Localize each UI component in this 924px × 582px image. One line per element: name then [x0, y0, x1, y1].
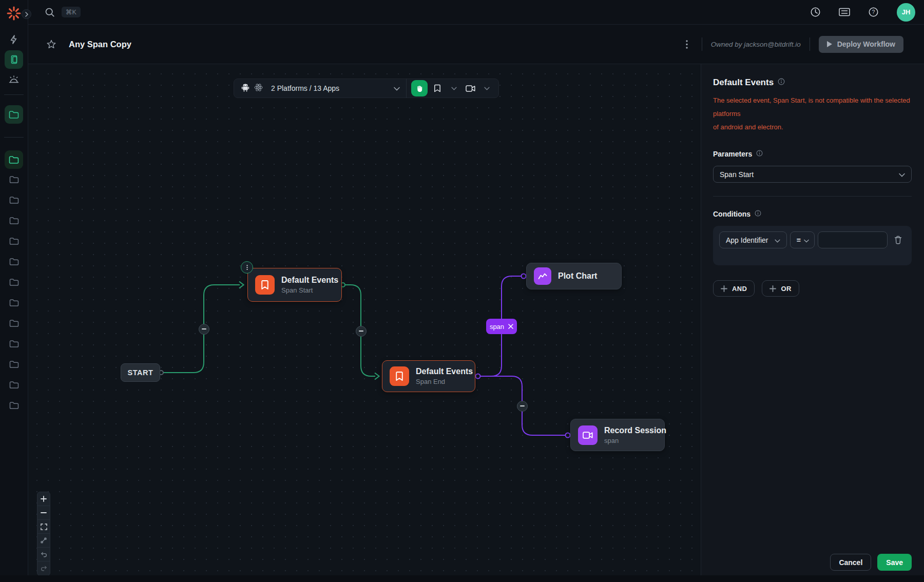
close-icon[interactable]	[508, 324, 513, 329]
sidebar-folder-item[interactable]	[5, 232, 23, 250]
node-title: Default Events	[281, 276, 338, 285]
favorite-star-icon[interactable]	[47, 40, 56, 49]
node-title: Default Events	[416, 367, 473, 376]
left-sidebar	[0, 0, 28, 582]
user-avatar[interactable]: JH	[897, 3, 915, 22]
events-icon	[255, 275, 275, 295]
node-start[interactable]: START	[121, 363, 160, 382]
collapse-edge-button[interactable]	[356, 326, 367, 337]
zoom-out-button[interactable]	[37, 506, 50, 520]
fit-view-button[interactable]	[37, 520, 50, 534]
window-bottom-edge	[0, 575, 924, 582]
zoom-in-button[interactable]	[37, 492, 50, 506]
sidebar-item-devices[interactable]	[5, 50, 23, 69]
undo-button[interactable]	[37, 548, 50, 561]
plus-icon	[769, 285, 776, 292]
add-or-button[interactable]: OR	[762, 280, 799, 297]
topbar: ⌘K ? JH	[28, 0, 924, 25]
workflow-menu-button[interactable]	[681, 38, 693, 50]
header-divider	[702, 37, 702, 51]
history-icon[interactable]	[810, 7, 821, 17]
events-icon	[390, 366, 409, 386]
bitdrift-logo-icon[interactable]	[5, 5, 23, 22]
info-icon[interactable]	[778, 78, 785, 87]
record-tool-button[interactable]	[464, 80, 477, 96]
parameters-label: Parameters	[713, 150, 752, 158]
deploy-workflow-button[interactable]: Deploy Workflow	[819, 36, 903, 53]
collapse-edge-button[interactable]	[199, 324, 209, 335]
chevron-down-icon	[804, 236, 809, 244]
port-record-session-in	[566, 433, 570, 438]
redo-button[interactable]	[37, 561, 50, 575]
panel-divider	[713, 196, 912, 197]
workflow-canvas[interactable]: 2 Platforms / 13 Apps START	[28, 64, 701, 582]
bookmark-chevron-button[interactable]	[447, 80, 460, 96]
canvas-controls	[37, 492, 50, 576]
sidebar-divider	[4, 137, 24, 138]
platforms-dropdown[interactable]: 2 Platforms / 13 Apps	[241, 79, 400, 98]
sidebar-folder-item[interactable]	[5, 253, 23, 271]
sidebar-folder-item[interactable]	[5, 294, 23, 312]
node-default-events-span-start[interactable]: Default Events Span Start	[247, 268, 342, 302]
node-plot-chart[interactable]: Plot Chart	[526, 263, 622, 289]
sidebar-item-alerts[interactable]	[5, 71, 23, 89]
edge-label-span[interactable]: span	[486, 319, 517, 334]
condition-operator-select[interactable]: =	[790, 231, 815, 248]
sidebar-item-workspace-folder[interactable]	[5, 105, 23, 124]
sidebar-folder-item[interactable]	[5, 335, 23, 353]
sidebar-item-active-folder[interactable]	[5, 150, 23, 169]
hand-icon	[416, 85, 424, 92]
platforms-label: 2 Platforms / 13 Apps	[271, 84, 339, 92]
node-default-events-span-end[interactable]: Default Events Span End	[382, 360, 475, 392]
condition-value-input[interactable]	[818, 231, 888, 248]
node-title: Record Session	[604, 426, 666, 435]
sidebar-folder-item[interactable]	[5, 273, 23, 292]
compatibility-error-message: The selected event, Span Start, is not c…	[713, 94, 912, 134]
search-shortcut-badge[interactable]: ⌘K	[62, 7, 81, 17]
parameter-select[interactable]: Span Start	[713, 166, 912, 183]
port-plot-chart-in	[522, 274, 526, 279]
chart-icon	[534, 267, 551, 285]
video-icon	[578, 425, 598, 445]
node-subtitle: span	[604, 437, 666, 444]
save-button[interactable]: Save	[877, 554, 912, 571]
info-icon[interactable]	[755, 209, 761, 219]
conditions-label: Conditions	[713, 210, 750, 218]
chevron-down-icon	[775, 236, 780, 244]
sidebar-folder-item[interactable]	[5, 314, 23, 333]
search-icon[interactable]	[45, 7, 55, 17]
condition-field-select[interactable]: App Identifier	[719, 231, 787, 248]
canvas-toolbar: 2 Platforms / 13 Apps	[234, 79, 499, 98]
node-record-session[interactable]: Record Session span	[570, 419, 665, 451]
condition-row: App Identifier =	[713, 226, 912, 265]
panel-title: Default Events	[713, 77, 774, 88]
keyboard-shortcuts-icon[interactable]	[839, 8, 850, 16]
add-and-button[interactable]: AND	[713, 280, 755, 297]
record-chevron-button[interactable]	[480, 80, 493, 96]
header-divider	[810, 37, 810, 51]
cancel-button[interactable]: Cancel	[830, 554, 871, 571]
node-menu-button[interactable]	[241, 261, 253, 274]
sidebar-folder-item[interactable]	[5, 211, 23, 230]
details-panel: Default Events The selected event, Span …	[701, 64, 924, 582]
sidebar-folder-item[interactable]	[5, 170, 23, 189]
sidebar-folder-item[interactable]	[5, 396, 23, 415]
play-icon	[827, 41, 832, 47]
workflow-edges	[28, 64, 701, 582]
pan-tool-button[interactable]	[411, 80, 428, 96]
android-icon	[241, 83, 249, 94]
tidy-layout-button[interactable]	[37, 534, 50, 548]
collapse-edge-button[interactable]	[517, 401, 528, 412]
workflow-header: Any Span Copy Owned by jackson@bitdrift.…	[28, 25, 924, 64]
sidebar-folder-item[interactable]	[5, 376, 23, 394]
trash-icon	[894, 236, 902, 244]
info-icon[interactable]	[756, 149, 763, 159]
delete-condition-button[interactable]	[891, 231, 906, 248]
sidebar-folder-item[interactable]	[5, 191, 23, 209]
electron-icon	[254, 83, 263, 94]
sidebar-item-quick-actions[interactable]	[5, 30, 23, 49]
expand-sidebar-button[interactable]	[22, 9, 31, 19]
help-icon[interactable]: ?	[868, 7, 879, 17]
bookmark-tool-button[interactable]	[431, 80, 444, 96]
sidebar-folder-item[interactable]	[5, 355, 23, 374]
